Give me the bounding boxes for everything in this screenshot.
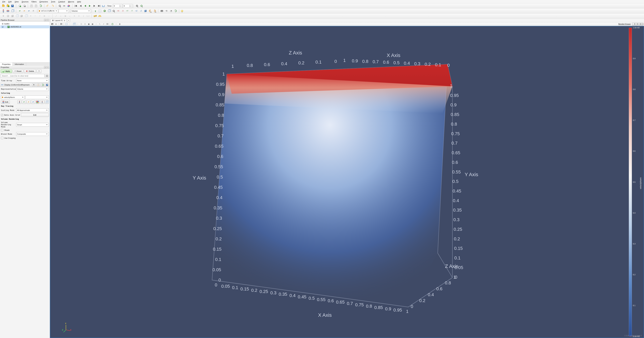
pipeline-float-button[interactable]: ◇: [44, 19, 46, 21]
select-points-on-button[interactable]: ⋮⋮: [68, 22, 72, 26]
grow-selection-button[interactable]: +: [111, 22, 114, 26]
zoom-to-data-button[interactable]: [135, 4, 139, 8]
histogram-button[interactable]: ▥: [63, 14, 67, 18]
copy-screenshot-button[interactable]: [50, 22, 54, 26]
isometric-button[interactable]: [144, 9, 148, 13]
undo-button[interactable]: [46, 4, 50, 8]
disconnect-button[interactable]: [22, 4, 26, 8]
find-data-button[interactable]: [58, 4, 62, 8]
menu-help[interactable]: Help: [76, 0, 82, 3]
copy-display-button[interactable]: ⎘: [32, 83, 36, 86]
group-filter-button[interactable]: ⊞: [42, 14, 46, 18]
quartile-button[interactable]: ⫠: [68, 14, 72, 18]
paste-display-button[interactable]: 📋: [36, 83, 40, 86]
menu-extractors[interactable]: Extractors: [38, 0, 50, 3]
data-axes-grid-checkbox[interactable]: ✓: [1, 114, 3, 116]
properties-search-input[interactable]: [1, 74, 44, 78]
slice-filter-button[interactable]: [15, 14, 19, 18]
plot-over-line-button[interactable]: ╱: [54, 14, 58, 18]
hover-points-button[interactable]: ↗: [102, 22, 105, 26]
interactive-points-button[interactable]: ⁘: [94, 22, 98, 26]
visibility-toggle[interactable]: [1, 26, 4, 28]
connect-button[interactable]: [18, 4, 22, 8]
tab-properties[interactable]: Properties: [0, 62, 13, 66]
volume-mode-combo[interactable]: Smart: [16, 123, 49, 126]
select-cells-through-button[interactable]: [72, 22, 76, 26]
delete-button[interactable]: Delete: [24, 69, 36, 73]
last-frame-button[interactable]: [97, 4, 101, 8]
hover-cells-button[interactable]: ↖: [98, 22, 102, 26]
rescale-temporal-button[interactable]: ⏱: [31, 9, 36, 13]
color-palette-button[interactable]: [67, 4, 71, 8]
select-poly-cells-button[interactable]: ⬠: [80, 22, 83, 26]
ruler-button[interactable]: [93, 14, 97, 18]
save-display-button[interactable]: [45, 83, 49, 86]
open-file-button[interactable]: [1, 4, 6, 8]
show-legend-button[interactable]: [17, 100, 22, 104]
menu-file[interactable]: File: [1, 0, 7, 3]
rescale1-button[interactable]: ⇄: [22, 100, 26, 104]
layout-tab-1[interactable]: ▦ Layout #1 ⊠: [50, 19, 67, 22]
coloring-component-combo[interactable]: [25, 96, 49, 99]
add-layout-button[interactable]: +: [67, 19, 70, 22]
zoom-closest-button[interactable]: [140, 4, 144, 8]
glyph-filter-button[interactable]: ✳: [29, 14, 33, 18]
next-frame-button[interactable]: [92, 4, 96, 8]
edit-colormap-panel-button[interactable]: Edit: [1, 100, 10, 104]
apply-button[interactable]: Apply: [1, 69, 12, 73]
split-quad-button[interactable]: [641, 23, 643, 25]
fit-button[interactable]: [107, 9, 111, 13]
choose-preset-button[interactable]: [36, 100, 40, 104]
split-none-button[interactable]: [632, 23, 635, 25]
clip-filter-button[interactable]: [10, 14, 14, 18]
reset-display-button[interactable]: [41, 83, 44, 86]
array-component-combo[interactable]: [59, 9, 69, 13]
time-index-spinbox[interactable]: 0: [123, 4, 132, 8]
integrate-button[interactable]: ∫: [82, 14, 86, 18]
auto-apply-button[interactable]: [174, 9, 178, 13]
plot-data-button[interactable]: ≋: [72, 14, 76, 18]
render-view-label[interactable]: RenderView1: [617, 23, 632, 25]
reflect-filter-button[interactable]: ↔: [47, 14, 51, 18]
representation-combo[interactable]: Volume: [71, 9, 91, 13]
render-view[interactable]: 00.050.10.150.20.250.30.350.40.450.50.55…: [50, 26, 644, 338]
warp-filter-button[interactable]: ⤴: [38, 14, 42, 18]
first-frame-button[interactable]: [74, 4, 78, 8]
orientation-axes-widget[interactable]: Y X Z: [60, 320, 72, 332]
separate-button[interactable]: [45, 100, 49, 104]
split-horizontal-button[interactable]: [635, 23, 638, 25]
python-shell-button[interactable]: ≫: [62, 4, 66, 8]
scalar-bar-legend[interactable]: 1.0e+000.90.80.70.60.50.40.30.20.10.0e+0…: [629, 28, 641, 336]
view-pz-button[interactable]: +Z: [134, 9, 138, 13]
play-reverse-button[interactable]: [83, 4, 87, 8]
rescale2-button[interactable]: ⇄: [26, 100, 30, 104]
rotate-ccw-button[interactable]: -90: [152, 9, 156, 13]
view-nz-button[interactable]: -Z: [139, 9, 143, 13]
shade-checkbox[interactable]: [1, 129, 3, 131]
calculator-filter-button[interactable]: 🖩: [1, 14, 6, 18]
reload-files-button[interactable]: [38, 4, 43, 8]
blend-mode-combo[interactable]: Composite: [16, 132, 49, 136]
open-recent-button[interactable]: [6, 4, 10, 8]
rescale-range-button[interactable]: ⇄: [18, 9, 22, 13]
reset-button[interactable]: ⟳Reset: [13, 69, 24, 73]
adjust-camera-button[interactable]: [160, 9, 164, 13]
zoom-to-box-button[interactable]: [98, 9, 102, 13]
use-cropping-checkbox[interactable]: [1, 137, 3, 139]
time-array-combo[interactable]: None: [16, 79, 49, 82]
scaling-mode-combo[interactable]: All Approximate: [16, 108, 49, 112]
view-nx-button[interactable]: -X: [121, 9, 125, 13]
zoom-to-selection-button[interactable]: [112, 9, 116, 13]
loop-button[interactable]: [101, 4, 105, 8]
view-py-button[interactable]: +Y: [125, 9, 129, 13]
play-button[interactable]: [88, 4, 92, 8]
remove-selection-button[interactable]: 🗑: [118, 22, 122, 26]
pipeline-item-row[interactable]: vtk050450.vti: [0, 25, 50, 28]
interaction-mode-button[interactable]: 3D: [60, 22, 63, 26]
hint-button[interactable]: [180, 9, 184, 13]
opacity-button[interactable]: [40, 100, 44, 104]
extract-filter-button[interactable]: [24, 14, 28, 18]
menu-edit[interactable]: Edit: [7, 0, 13, 3]
data-axes-grid-edit-button[interactable]: Edit: [21, 113, 49, 117]
probe-button[interactable]: ⊙: [77, 14, 81, 18]
